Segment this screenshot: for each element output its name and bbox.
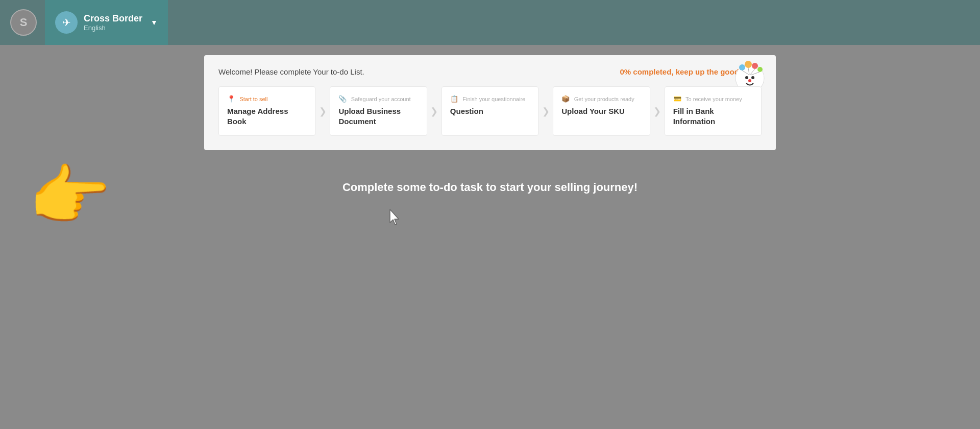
dropdown-icon: ▼ [151, 18, 158, 27]
nav-title: Cross Border [84, 13, 142, 24]
step-safeguard-account[interactable]: 📎 Safeguard your account Upload Business… [330, 86, 427, 136]
step-3-icon: 📋 [450, 95, 458, 103]
arrow-3-4: ❯ [538, 86, 553, 136]
mouse-cursor [388, 208, 402, 229]
step-1-icon: 📍 [227, 95, 235, 103]
step-1-label: Start to sell [239, 96, 267, 102]
svg-point-4 [748, 79, 751, 82]
nav-cross-border[interactable]: ✈ Cross Border English ▼ [45, 0, 168, 45]
main-content: 👈 Welcome! Please complete Your to-do Li… [0, 45, 980, 429]
svg-point-6 [745, 61, 752, 68]
step-2-icon: 📎 [338, 95, 347, 103]
step-5-title: Fill in Bank Information [673, 106, 753, 126]
step-receive-money[interactable]: 💳 To receive your money Fill in Bank Inf… [665, 86, 762, 136]
steps-row: 📍 Start to sell Manage Address Book ❯ 📎 … [218, 86, 762, 136]
nav-plane-icon: ✈ [55, 11, 78, 34]
card-header: Welcome! Please complete Your to-do List… [218, 67, 762, 76]
step-2-label: Safeguard your account [351, 96, 411, 102]
step-4-label: Get your products ready [574, 96, 634, 102]
step-4-title: Upload Your SKU [561, 106, 641, 116]
header: S ✈ Cross Border English ▼ [0, 0, 980, 45]
arrow-2-3: ❯ [427, 86, 442, 136]
step-questionnaire[interactable]: 📋 Finish your questionnaire Question [442, 86, 538, 136]
step-5-label: To receive your money [685, 96, 742, 102]
step-3-title: Question [450, 106, 530, 116]
step-1-title: Manage Address Book [227, 106, 307, 126]
step-get-products[interactable]: 📦 Get your products ready Upload Your SK… [553, 86, 650, 136]
step-start-to-sell[interactable]: 📍 Start to sell Manage Address Book [218, 86, 315, 136]
todo-card: Welcome! Please complete Your to-do List… [204, 55, 776, 150]
welcome-text: Welcome! Please complete Your to-do List… [218, 67, 364, 76]
nav-subtitle: English [84, 24, 142, 32]
svg-point-7 [752, 63, 758, 69]
svg-point-8 [757, 67, 763, 72]
step-4-icon: 📦 [561, 95, 570, 103]
arrow-4-5: ❯ [650, 86, 665, 136]
svg-point-2 [745, 76, 748, 79]
step-2-title: Upload Business Document [338, 106, 418, 126]
svg-point-5 [739, 64, 745, 70]
svg-point-3 [751, 76, 754, 79]
arrow-1-2: ❯ [315, 86, 330, 136]
step-5-icon: 💳 [673, 95, 681, 103]
step-3-label: Finish your questionnaire [462, 96, 525, 102]
avatar: S [10, 9, 37, 36]
bottom-selling-text: Complete some to-do task to start your s… [342, 181, 638, 194]
hand-cursor-graphic: 👈 [31, 162, 113, 229]
